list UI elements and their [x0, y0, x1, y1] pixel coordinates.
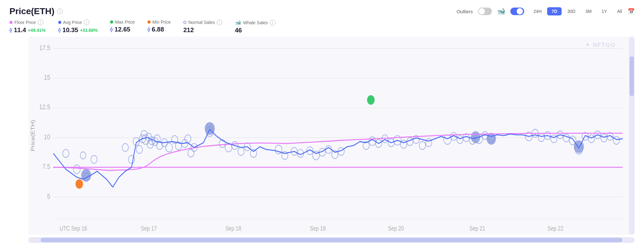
svg-text:Sep 21: Sep 21	[469, 225, 485, 232]
time-btn-3m[interactable]: 3M	[581, 7, 596, 15]
svg-text:5: 5	[47, 192, 50, 200]
time-buttons: 24H 7D 30D 3M 1Y All 📅	[529, 7, 635, 15]
calendar-button[interactable]: 📅	[628, 8, 635, 15]
floor-price-eth-symbol: ⟠	[9, 27, 12, 33]
svg-text:7.5: 7.5	[42, 163, 50, 170]
min-price-label: Min Price	[153, 20, 171, 25]
legend-row: Floor Price i ⟠ 11.4 +49.41% Avg Price i…	[9, 20, 635, 34]
floor-price-change: +49.41%	[28, 28, 46, 33]
right-scrollbar[interactable]	[629, 37, 635, 235]
svg-text:17.5: 17.5	[39, 44, 50, 51]
floor-price-dot	[9, 21, 13, 24]
time-btn-7d[interactable]: 7D	[547, 7, 562, 15]
bottom-scrollbar[interactable]	[28, 237, 635, 243]
floor-price-value: 11.4	[14, 26, 26, 34]
chart-svg: 17.5 15 12.5 10 7.5 5 UTC Sep 16 Sep 17 …	[28, 37, 629, 235]
normal-sales-value: 212	[183, 26, 194, 34]
normal-sales-dot	[183, 21, 186, 24]
svg-text:Price(ETH): Price(ETH)	[30, 120, 36, 151]
time-btn-1y[interactable]: 1Y	[597, 7, 611, 15]
svg-text:Sep 18: Sep 18	[225, 225, 241, 232]
whale-icon[interactable]: 🐋	[497, 7, 505, 15]
svg-point-99	[75, 179, 83, 189]
time-btn-24h[interactable]: 24H	[529, 7, 546, 15]
svg-point-100	[367, 95, 375, 105]
legend-normal-sales: Normal Sales i 212	[183, 20, 222, 34]
svg-text:10: 10	[44, 133, 50, 140]
svg-text:12.5: 12.5	[39, 103, 50, 111]
min-price-dot	[147, 20, 151, 24]
legend-min-price: Min Price ⟠ 6.88	[147, 20, 171, 33]
min-price-value: 6.88	[152, 26, 164, 33]
right-scrollbar-thumb[interactable]	[630, 56, 634, 96]
page-title: Price(ETH)	[9, 6, 54, 16]
legend-whale-sales: 🐋 Whale Sales i 46	[235, 20, 275, 34]
avg-price-change: +31.68%	[80, 28, 98, 33]
controls-area: Outliers 🐋 24H 7D 30D 3M 1Y All 📅	[457, 7, 635, 15]
watermark: ✦ NFTGO	[585, 42, 616, 49]
avg-price-label: Avg Price	[63, 20, 82, 25]
svg-text:UTC Sep 16: UTC Sep 16	[59, 225, 87, 232]
svg-point-104	[486, 133, 496, 145]
svg-point-101	[81, 169, 91, 181]
time-btn-30d[interactable]: 30D	[563, 7, 580, 15]
legend-avg-price: Avg Price i ⟠ 10.35 +31.68%	[58, 20, 98, 34]
whale-sales-value: 46	[235, 27, 242, 34]
svg-text:Sep 22: Sep 22	[547, 225, 563, 232]
svg-text:Sep 20: Sep 20	[388, 225, 404, 232]
avg-price-value: 10.35	[63, 26, 78, 34]
avg-price-info[interactable]: i	[84, 20, 89, 25]
svg-text:15: 15	[44, 73, 50, 81]
title-area: Price(ETH) i	[9, 6, 63, 16]
normal-sales-info[interactable]: i	[217, 20, 222, 25]
main-container: Price(ETH) i Outliers 🐋 24H 7D 30D 3M 1Y…	[0, 0, 644, 246]
whale-toggle[interactable]	[510, 8, 524, 15]
min-price-eth-symbol: ⟠	[147, 26, 150, 32]
title-info-icon[interactable]: i	[57, 9, 63, 14]
outliers-toggle[interactable]	[478, 8, 492, 15]
normal-sales-label: Normal Sales	[188, 20, 215, 25]
max-price-dot	[110, 20, 113, 24]
max-price-eth-symbol: ⟠	[110, 26, 113, 32]
legend-max-price: Max Price ⟠ 12.65	[110, 20, 135, 33]
scrollbar-thumb[interactable]	[41, 238, 623, 242]
time-btn-all[interactable]: All	[613, 7, 626, 15]
header-row: Price(ETH) i Outliers 🐋 24H 7D 30D 3M 1Y…	[9, 6, 635, 16]
max-price-value: 12.65	[114, 26, 130, 33]
whale-sales-info[interactable]: i	[270, 20, 275, 26]
svg-text:Sep 19: Sep 19	[310, 225, 325, 232]
chart-area[interactable]: ✦ NFTGO 17.5 15 12.5 10 7.5 5 UTC Sep 16	[28, 37, 635, 235]
avg-price-dot	[58, 21, 61, 24]
outliers-label: Outliers	[457, 9, 473, 14]
whale-sales-icon: 🐋	[235, 20, 241, 26]
avg-price-eth-symbol: ⟠	[58, 27, 61, 33]
max-price-label: Max Price	[115, 20, 135, 25]
legend-floor-price: Floor Price i ⟠ 11.4 +49.41%	[9, 20, 46, 34]
floor-price-info[interactable]: i	[38, 20, 43, 25]
whale-sales-label: Whale Sales	[243, 20, 268, 25]
floor-price-label: Floor Price	[14, 20, 36, 25]
svg-text:Sep 17: Sep 17	[141, 225, 157, 232]
